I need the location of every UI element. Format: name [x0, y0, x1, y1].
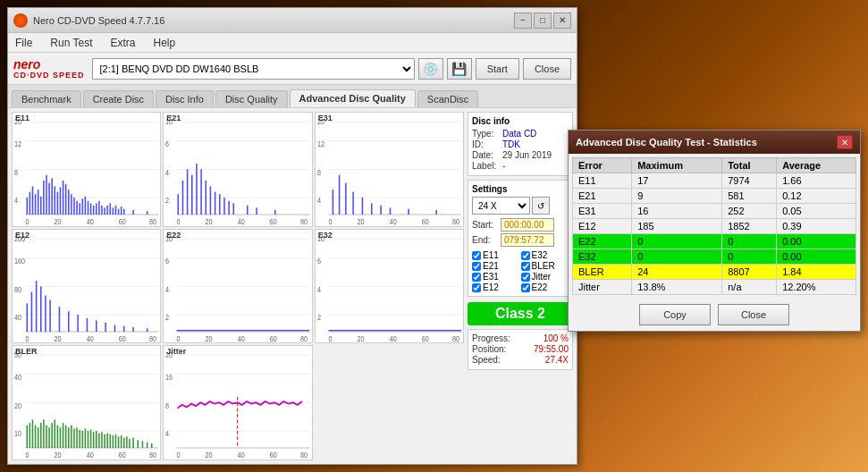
svg-rect-76 [215, 192, 216, 215]
cb-e11-row: E11 [472, 250, 520, 260]
svg-rect-219 [115, 434, 117, 448]
table-row: BLER2488071.84 [573, 265, 856, 280]
cell-name: E11 [573, 173, 632, 189]
svg-text:16: 16 [165, 374, 173, 383]
tab-disc-quality[interactable]: Disc Quality [215, 90, 288, 107]
stats-close-x-button[interactable]: ✕ [837, 135, 853, 149]
tab-benchmark[interactable]: Benchmark [12, 90, 81, 107]
close-toolbar-button[interactable]: Close [523, 58, 571, 80]
svg-rect-18 [35, 194, 37, 215]
start-time-row: Start: 000:00.00 [472, 218, 569, 232]
svg-text:4: 4 [165, 285, 169, 294]
svg-rect-222 [123, 438, 125, 448]
menu-bar: File Run Test Extra Help [8, 33, 577, 53]
title-bar-left: Nero CD-DVD Speed 4.7.7.16 [13, 13, 164, 28]
cell-name: Jitter [573, 280, 632, 295]
svg-rect-137 [123, 325, 125, 331]
chart-e12-label: E12 [15, 231, 29, 240]
svg-text:2: 2 [165, 313, 169, 322]
menu-help[interactable]: Help [150, 36, 180, 50]
svg-text:40: 40 [14, 313, 21, 322]
tab-create-disc[interactable]: Create Disc [83, 90, 154, 107]
svg-rect-106 [389, 207, 391, 215]
svg-text:80: 80 [300, 334, 308, 342]
svg-rect-195 [48, 428, 50, 449]
svg-rect-72 [196, 164, 198, 215]
stats-dialog: Advanced Disc Quality Test - Statistics … [568, 130, 861, 332]
svg-text:4: 4 [317, 285, 321, 294]
cell-total: n/a [722, 280, 777, 295]
table-row: E22000.00 [573, 234, 856, 249]
minimize-button[interactable]: − [514, 13, 532, 29]
stats-title-bar: Advanced Disc Quality Test - Statistics … [569, 131, 860, 154]
cb-jitter-label: Jitter [532, 272, 552, 282]
tab-disc-info[interactable]: Disc Info [156, 90, 214, 107]
drive-select[interactable]: [2:1] BENQ DVD DD DW1640 BSLB [92, 58, 415, 80]
checkbox-grid: E11 E32 E21 BLER E31 Jitter [472, 250, 569, 292]
eject-button[interactable]: 💿 [418, 58, 443, 80]
maximize-button[interactable]: □ [534, 13, 552, 29]
svg-rect-211 [93, 433, 95, 449]
menu-file[interactable]: File [12, 36, 36, 50]
speed-refresh-button[interactable]: ↺ [532, 197, 550, 215]
svg-rect-206 [79, 430, 80, 448]
tab-advanced-disc-quality[interactable]: Advanced Disc Quality [290, 89, 416, 107]
svg-text:4: 4 [165, 168, 169, 177]
svg-rect-33 [76, 201, 78, 215]
cb-e21-row: E21 [472, 261, 520, 271]
svg-rect-229 [151, 443, 153, 448]
cb-e11-label: E11 [483, 250, 499, 260]
menu-run-test[interactable]: Run Test [46, 36, 96, 50]
cb-e31[interactable] [472, 273, 481, 282]
info-row-label: Label: - [472, 161, 569, 171]
svg-text:6: 6 [165, 139, 169, 148]
cb-e32[interactable] [521, 251, 530, 260]
svg-text:8: 8 [165, 401, 169, 410]
svg-rect-24 [51, 178, 53, 215]
svg-text:4: 4 [165, 430, 169, 439]
chart-bler-label: BLER [15, 347, 38, 356]
menu-extra[interactable]: Extra [106, 36, 139, 50]
start-button[interactable]: Start [476, 58, 519, 80]
cell-average: 0.00 [777, 249, 856, 265]
tab-scandisc[interactable]: ScanDisc [417, 90, 478, 107]
svg-rect-15 [26, 198, 28, 215]
svg-text:40: 40 [238, 334, 245, 342]
cell-average: 0.00 [777, 234, 856, 249]
cb-e21[interactable] [472, 262, 481, 271]
svg-text:2: 2 [165, 197, 169, 206]
main-content: E11 20 12 8 4 0 20 40 [8, 108, 577, 464]
svg-text:60: 60 [270, 451, 277, 459]
cb-e31-label: E31 [483, 272, 499, 282]
close-button[interactable]: ✕ [553, 13, 571, 29]
svg-text:40: 40 [87, 451, 94, 459]
cb-e11[interactable] [472, 251, 481, 260]
svg-text:80: 80 [14, 285, 21, 294]
cell-maximum: 9 [632, 189, 722, 204]
chart-e31: E31 20 12 8 4 0 20 40 60 80 [315, 112, 464, 227]
svg-rect-102 [352, 192, 354, 215]
speed-select[interactable]: 24 X [472, 197, 530, 215]
cb-e22[interactable] [521, 283, 530, 292]
stats-close-button[interactable]: Close [718, 304, 789, 325]
cb-jitter-row: Jitter [521, 272, 569, 282]
position-label: Position: [472, 344, 506, 354]
svg-rect-194 [46, 426, 47, 448]
settings-box: Settings 24 X ↺ Start: 000:00.00 End: 07… [468, 180, 573, 297]
svg-text:40: 40 [87, 334, 94, 342]
cb-bler[interactable] [521, 262, 530, 271]
svg-rect-225 [132, 438, 134, 448]
cb-jitter[interactable] [521, 273, 530, 282]
cell-maximum: 24 [632, 265, 722, 280]
save-button[interactable]: 💾 [447, 58, 472, 80]
cb-e12[interactable] [472, 283, 481, 292]
svg-rect-104 [371, 203, 373, 215]
copy-button[interactable]: Copy [639, 304, 711, 325]
disc-info-title: Disc info [472, 116, 569, 126]
app-window: Nero CD-DVD Speed 4.7.7.16 − □ ✕ File Ru… [7, 7, 577, 465]
svg-rect-20 [40, 197, 42, 215]
stats-footer: Copy Close [569, 299, 860, 331]
svg-rect-221 [121, 435, 122, 448]
svg-text:80: 80 [452, 218, 459, 226]
col-maximum: Maximum [632, 158, 722, 173]
